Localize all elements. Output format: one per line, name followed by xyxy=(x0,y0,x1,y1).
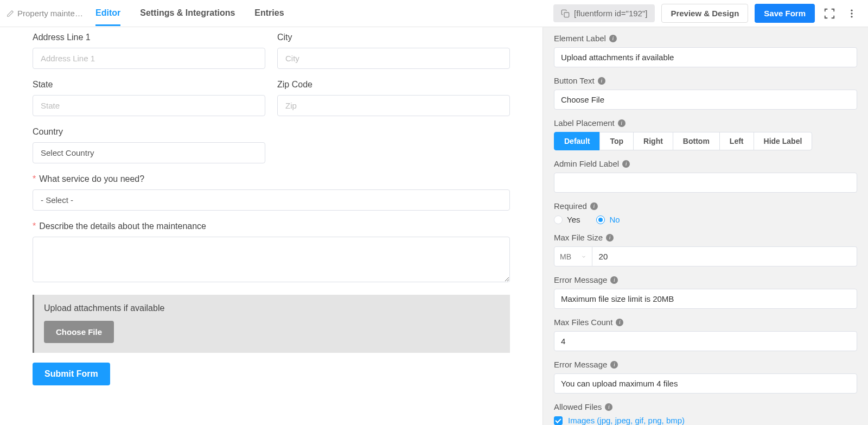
label-country: Country xyxy=(33,127,265,137)
more-vertical-icon xyxy=(846,8,857,19)
radio-required-no[interactable]: No xyxy=(596,215,620,224)
input-admin-label[interactable] xyxy=(554,173,857,193)
textarea-describe[interactable] xyxy=(33,237,510,282)
input-error-count[interactable] xyxy=(554,373,857,394)
input-state[interactable] xyxy=(33,95,265,116)
label-upload: Upload attachments if available xyxy=(44,303,500,313)
fullscreen-icon xyxy=(824,8,835,20)
main: Address Line 1 City State Zip Code Count… xyxy=(0,27,868,425)
field-service[interactable]: *What service do you need? - Select - xyxy=(33,174,510,211)
info-icon[interactable]: i xyxy=(618,119,626,127)
input-error-size[interactable] xyxy=(554,289,857,309)
info-icon[interactable]: i xyxy=(590,202,598,210)
field-city[interactable]: City xyxy=(277,33,510,69)
label-state: State xyxy=(33,80,265,90)
info-icon[interactable]: i xyxy=(598,77,605,85)
label-service: *What service do you need? xyxy=(33,174,510,184)
info-icon[interactable]: i xyxy=(609,35,617,42)
field-state[interactable]: State xyxy=(33,80,265,116)
info-icon[interactable]: i xyxy=(610,361,618,369)
lbl-button-text: Button Text xyxy=(554,76,595,85)
setting-element-label: Element Labeli xyxy=(554,34,857,67)
seg-top[interactable]: Top xyxy=(599,132,634,150)
tabs: Editor Settings & Integrations Entries xyxy=(95,1,284,26)
input-max-size[interactable] xyxy=(592,246,857,267)
seg-right[interactable]: Right xyxy=(633,132,673,150)
lbl-error-count: Error Message xyxy=(554,360,607,369)
tab-editor[interactable]: Editor xyxy=(95,1,120,26)
select-size-unit[interactable]: MB xyxy=(554,246,592,267)
info-icon[interactable]: i xyxy=(610,276,618,284)
label-address1: Address Line 1 xyxy=(33,33,265,42)
lbl-max-count: Max Files Count xyxy=(554,318,612,327)
lbl-element-label: Element Label xyxy=(554,34,606,43)
shortcode-pill[interactable]: [fluentform id="192"] xyxy=(553,4,655,22)
input-city[interactable] xyxy=(277,48,510,69)
svg-rect-0 xyxy=(564,12,569,17)
submit-button[interactable]: Submit Form xyxy=(33,363,110,385)
seg-hide[interactable]: Hide Label xyxy=(754,132,813,150)
info-icon[interactable]: i xyxy=(605,403,612,411)
select-country[interactable]: Select Country xyxy=(33,142,265,163)
field-address1[interactable]: Address Line 1 xyxy=(33,33,265,69)
copy-icon xyxy=(561,9,570,18)
info-icon[interactable]: i xyxy=(606,234,614,242)
save-button[interactable]: Save Form xyxy=(755,4,815,23)
setting-admin-label: Admin Field Labeli xyxy=(554,159,857,193)
tab-settings[interactable]: Settings & Integrations xyxy=(140,1,235,26)
setting-max-file-size: Max File Sizei MB xyxy=(554,233,857,267)
setting-error-count: Error Messagei xyxy=(554,360,857,394)
setting-allowed-files: Allowed Filesi Images (jpg, jpeg, gif, p… xyxy=(554,402,857,425)
settings-sidebar: Element Labeli Button Texti Label Placem… xyxy=(542,27,868,425)
lbl-max-size: Max File Size xyxy=(554,233,603,242)
input-button-text[interactable] xyxy=(554,90,857,110)
check-images[interactable]: Images (jpg, jpeg, gif, png, bmp) xyxy=(554,416,857,425)
seg-left[interactable]: Left xyxy=(719,132,754,150)
svg-point-3 xyxy=(851,16,852,17)
label-zip: Zip Code xyxy=(277,80,510,90)
radio-required-yes[interactable]: Yes xyxy=(554,215,580,224)
svg-point-2 xyxy=(851,12,852,14)
chevron-down-icon xyxy=(581,254,586,259)
pencil-icon xyxy=(7,10,14,17)
setting-button-text: Button Texti xyxy=(554,76,857,110)
topbar-right: [fluentform id="192"] Preview & Design S… xyxy=(553,4,859,23)
info-icon[interactable]: i xyxy=(622,160,630,168)
label-describe: *Describe the details about the maintena… xyxy=(33,221,510,231)
segmented-label-placement: Default Top Right Bottom Left Hide Label xyxy=(554,132,857,150)
field-country[interactable]: Country Select Country xyxy=(33,127,265,163)
form-name[interactable]: Property mainte… xyxy=(7,9,82,18)
form-name-text: Property mainte… xyxy=(17,9,82,18)
tab-entries[interactable]: Entries xyxy=(254,1,284,26)
lbl-admin-label: Admin Field Label xyxy=(554,159,619,168)
form-canvas: Address Line 1 City State Zip Code Count… xyxy=(0,27,542,425)
input-element-label[interactable] xyxy=(554,47,857,67)
field-describe[interactable]: *Describe the details about the maintena… xyxy=(33,221,510,284)
more-button[interactable] xyxy=(844,6,859,21)
label-city: City xyxy=(277,33,510,42)
choose-file-button[interactable]: Choose File xyxy=(44,321,114,343)
seg-default[interactable]: Default xyxy=(554,132,600,150)
lbl-label-placement: Label Placement xyxy=(554,118,615,128)
info-icon[interactable]: i xyxy=(616,319,623,326)
field-upload-selected[interactable]: Upload attachments if available Choose F… xyxy=(33,295,510,353)
preview-button[interactable]: Preview & Design xyxy=(661,4,748,23)
field-zip[interactable]: Zip Code xyxy=(277,80,510,116)
input-max-count[interactable] xyxy=(554,331,857,351)
topbar: Property mainte… Editor Settings & Integ… xyxy=(0,0,868,27)
shortcode-text: [fluentform id="192"] xyxy=(574,9,647,18)
setting-max-count: Max Files Counti xyxy=(554,318,857,351)
lbl-allowed: Allowed Files xyxy=(554,402,602,411)
input-zip[interactable] xyxy=(277,95,510,116)
setting-error-size: Error Messagei xyxy=(554,275,857,309)
svg-point-1 xyxy=(851,9,852,11)
setting-label-placement: Label Placementi Default Top Right Botto… xyxy=(554,118,857,150)
setting-required: Requiredi Yes No xyxy=(554,201,857,224)
select-service[interactable]: - Select - xyxy=(33,189,510,211)
seg-bottom[interactable]: Bottom xyxy=(673,132,720,150)
fullscreen-button[interactable] xyxy=(821,5,838,22)
lbl-error-size: Error Message xyxy=(554,275,607,284)
input-address1[interactable] xyxy=(33,48,265,69)
lbl-required: Required xyxy=(554,201,587,211)
